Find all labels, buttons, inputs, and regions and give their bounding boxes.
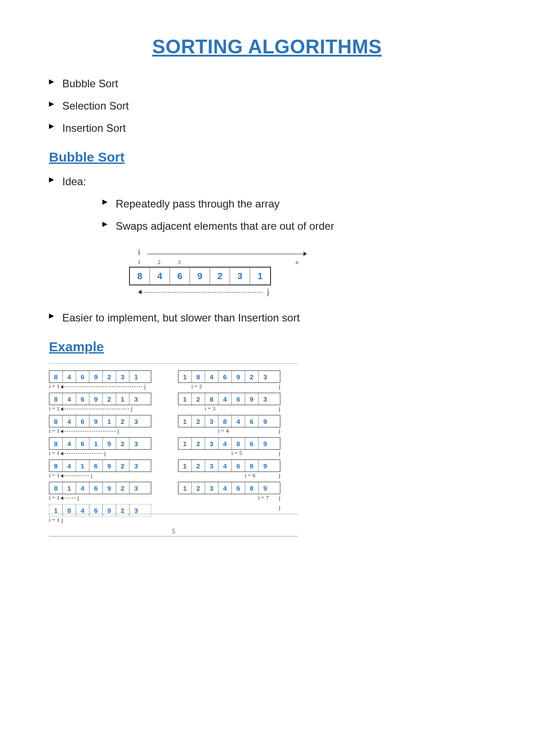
section-heading-bubble: Bubble Sort xyxy=(49,150,485,165)
example-cell: 1 xyxy=(178,393,192,405)
example-step: 1234869i = 5j xyxy=(178,437,280,457)
tick-n: n xyxy=(287,259,307,266)
example-step: 1284693i = 3j xyxy=(178,393,280,412)
example-cell: 6 xyxy=(76,438,89,449)
document-page: SORTING ALGORITHMS Bubble Sort Selection… xyxy=(0,0,534,756)
example-cell: 4 xyxy=(205,371,218,382)
idea-point: Swaps adjacent elements that are out of … xyxy=(102,218,485,234)
diag-array: 8 4 6 9 2 3 1 xyxy=(129,267,271,285)
example-cell: 2 xyxy=(103,393,116,405)
example-array: 1234869 xyxy=(178,437,280,450)
example-cell: 3 xyxy=(205,482,218,494)
example-cell: 6 xyxy=(76,393,89,405)
example-annotation: i = 1j xyxy=(49,450,151,457)
example-cell: 6 xyxy=(89,460,103,471)
j-label: j xyxy=(117,427,119,435)
dash-arrow-icon xyxy=(62,476,89,476)
example-right-col: 1846923i = 2j1284693i = 3j1238469i = 4j1… xyxy=(178,370,280,526)
dash-arrow-icon xyxy=(62,409,129,409)
diag-cell: 2 xyxy=(210,268,230,285)
i-label: i = 1 xyxy=(49,516,60,524)
j-label: j xyxy=(279,427,280,435)
tick: 2 xyxy=(149,259,169,266)
example-array: 8416923 xyxy=(49,459,151,472)
toc-item: Selection Sort xyxy=(49,98,485,114)
example-cell: 1 xyxy=(63,482,76,494)
i-label: i = 3 xyxy=(205,405,215,412)
page-title: SORTING ALGORITHMS xyxy=(49,36,485,58)
i-label: i = 5 xyxy=(231,450,242,457)
idea-point: Repeatedly pass through the array xyxy=(102,196,485,212)
i-label: i = 1 xyxy=(49,450,60,457)
example-array: 8469213 xyxy=(49,393,151,405)
example-cell: 1 xyxy=(178,415,192,427)
i-label: i = 1 xyxy=(49,427,60,435)
example-annotation: i = 1j xyxy=(49,405,151,412)
example-cell: 2 xyxy=(103,371,116,382)
toc-item: Insertion Sort xyxy=(49,120,485,136)
diag-i-label: i xyxy=(138,248,140,257)
example-cell: 2 xyxy=(192,438,205,449)
example-cell: 6 xyxy=(232,460,245,471)
dash-arrow-icon xyxy=(62,431,116,431)
example-cell: 8 xyxy=(192,371,205,382)
example-cell: 9 xyxy=(89,415,103,427)
j-label: j xyxy=(91,472,93,479)
example-cell: 4 xyxy=(63,460,76,471)
example-annotation: j xyxy=(178,504,280,511)
example-annotation: i = 1j xyxy=(49,472,151,479)
diag-cell: 3 xyxy=(230,268,250,285)
example-cell: 4 xyxy=(63,415,76,427)
dash-arrow-icon xyxy=(62,498,76,498)
example-cell: 6 xyxy=(76,415,89,427)
example-cell: 1 xyxy=(178,460,192,471)
diag-cell: 1 xyxy=(250,268,270,285)
example-left-col: 8469231i = 1j8469213i = 1j8469123i = 1j8… xyxy=(49,370,151,526)
example-cell: 3 xyxy=(205,415,218,427)
example-cell: 8 xyxy=(63,504,76,516)
j-label: j xyxy=(279,472,280,479)
arrow-right-icon xyxy=(147,251,307,257)
example-cell: 9 xyxy=(259,482,272,494)
j-label: j xyxy=(279,450,280,457)
example-step: 1238469i = 4j xyxy=(178,415,280,435)
note: Easier to implement, but slower than Ins… xyxy=(49,310,485,326)
bottom-rule xyxy=(49,536,298,537)
idea-list: Idea: xyxy=(49,174,485,190)
example-cell: 4 xyxy=(63,438,76,449)
example-step: 8469123i = 1j xyxy=(49,415,151,435)
diag-j-label: j xyxy=(267,287,269,297)
example-step: 8461923i = 1j xyxy=(49,437,151,457)
example-diagram: 8469231i = 1j8469213i = 1j8469123i = 1j8… xyxy=(49,363,298,537)
arrow-left-icon xyxy=(138,289,263,295)
example-cell: 9 xyxy=(259,460,272,471)
example-step: 8469231i = 1j xyxy=(49,370,151,390)
example-cell: 3 xyxy=(129,460,143,471)
example-annotation: i = 2j xyxy=(178,383,280,390)
example-cell: 1 xyxy=(178,438,192,449)
example-cell: 2 xyxy=(192,393,205,405)
i-label: i = 1 xyxy=(49,472,60,479)
j-label: j xyxy=(144,383,146,390)
dash-arrow-icon xyxy=(62,386,142,387)
example-cell: 8 xyxy=(49,371,63,382)
diag-cell: 8 xyxy=(130,268,150,285)
example-array: 1234689 xyxy=(178,482,280,494)
example-cell: 6 xyxy=(245,438,259,449)
example-annotation: i = 5j xyxy=(178,450,280,457)
example-cell: 4 xyxy=(76,504,89,516)
example-step: 1234689i = 6j xyxy=(178,459,280,479)
example-array: 8469123 xyxy=(49,415,151,427)
example-cell: 1 xyxy=(178,371,192,382)
example-cell: 1 xyxy=(116,393,129,405)
example-cell: 4 xyxy=(218,393,232,405)
example-cell: 2 xyxy=(245,371,259,382)
example-cell: 3 xyxy=(129,482,143,494)
diag-cell: 4 xyxy=(150,268,170,285)
dash-arrow-icon xyxy=(62,453,102,454)
example-cell: 2 xyxy=(116,460,129,471)
example-cell: 3 xyxy=(129,393,143,405)
example-cell: 8 xyxy=(49,460,63,471)
example-cell: 3 xyxy=(129,438,143,449)
example-cell: 1 xyxy=(178,482,192,494)
